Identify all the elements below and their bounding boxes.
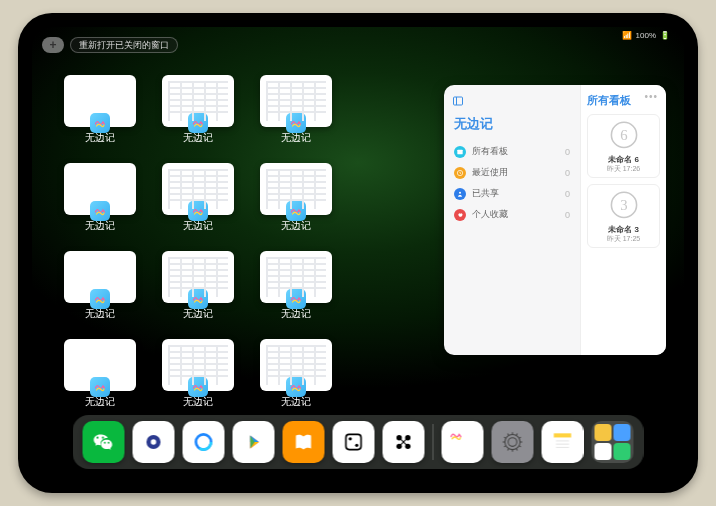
- dock-app-library[interactable]: [592, 421, 634, 463]
- thumb-label: 无边记: [281, 219, 311, 233]
- svg-line-30: [504, 446, 506, 447]
- thumb-label: 无边记: [85, 307, 115, 321]
- thumb-preview: [162, 251, 234, 303]
- svg-line-33: [508, 434, 509, 436]
- window-grid: 无边记无边记无边记无边记无边记无边记无边记无边记无边记无边记无边记无边记: [62, 75, 432, 409]
- freeform-app-icon: [90, 201, 110, 221]
- app-panel: 无边记 所有看板0最近使用0已共享0个人收藏0 ••• 所有看板 6未命名 6昨…: [444, 85, 666, 355]
- status-bar: 📶 100% 🔋: [622, 31, 670, 40]
- dock-app-books[interactable]: [283, 421, 325, 463]
- window-thumbnail[interactable]: 无边记: [258, 75, 334, 145]
- board-card[interactable]: 3未命名 3昨天 17:25: [587, 184, 660, 248]
- thumb-preview: [162, 163, 234, 215]
- freeform-app-icon: [286, 113, 306, 133]
- menu-item-已共享[interactable]: 已共享0: [452, 183, 572, 204]
- panel-title: 无边记: [454, 115, 572, 133]
- thumb-preview: [64, 75, 136, 127]
- window-thumbnail[interactable]: 无边记: [160, 75, 236, 145]
- menu-icon: [454, 209, 466, 221]
- board-card[interactable]: 6未命名 6昨天 17:26: [587, 114, 660, 178]
- reopen-closed-window-button[interactable]: 重新打开已关闭的窗口: [70, 37, 178, 53]
- dock-app-quark[interactable]: [133, 421, 175, 463]
- board-cards: 6未命名 6昨天 17:263未命名 3昨天 17:25: [587, 114, 660, 248]
- svg-point-10: [151, 439, 156, 444]
- thumb-preview: [260, 163, 332, 215]
- window-thumbnail[interactable]: 无边记: [62, 75, 138, 145]
- menu-label: 所有看板: [472, 145, 508, 158]
- svg-point-15: [355, 444, 358, 447]
- dock-app-dice[interactable]: [333, 421, 375, 463]
- freeform-app-icon: [188, 201, 208, 221]
- battery-icon: 🔋: [660, 31, 670, 40]
- thumb-label: 无边记: [183, 307, 213, 321]
- more-button[interactable]: •••: [644, 91, 658, 102]
- window-thumbnail[interactable]: 无边记: [62, 251, 138, 321]
- signal-icon: 📶: [622, 31, 632, 40]
- window-thumbnail[interactable]: 无边记: [258, 163, 334, 233]
- board-sketch: 6: [603, 119, 645, 155]
- freeform-app-icon: [90, 289, 110, 309]
- thumb-preview: [260, 75, 332, 127]
- freeform-app-icon: [286, 289, 306, 309]
- svg-text:6: 6: [620, 127, 627, 143]
- window-thumbnail[interactable]: 无边记: [258, 339, 334, 409]
- menu-item-最近使用[interactable]: 最近使用0: [452, 162, 572, 183]
- menu-label: 最近使用: [472, 166, 508, 179]
- thumb-label: 无边记: [281, 307, 311, 321]
- thumb-label: 无边记: [281, 395, 311, 409]
- window-thumbnail[interactable]: 无边记: [62, 163, 138, 233]
- dock-recent-notes[interactable]: [542, 421, 584, 463]
- dock-recent-freeform[interactable]: [442, 421, 484, 463]
- battery-label: 100%: [636, 31, 656, 40]
- menu-icon: [454, 167, 466, 179]
- freeform-app-icon: [286, 377, 306, 397]
- window-thumbnail[interactable]: 无边记: [160, 251, 236, 321]
- screen: 📶 100% 🔋 + 重新打开已关闭的窗口 无边记无边记无边记无边记无边记无边记…: [32, 27, 684, 479]
- dock-recent-settings[interactable]: [492, 421, 534, 463]
- panel-menu: 所有看板0最近使用0已共享0个人收藏0: [452, 141, 572, 225]
- svg-line-27: [516, 449, 517, 451]
- thumb-label: 无边记: [281, 131, 311, 145]
- panel-content: ••• 所有看板 6未命名 6昨天 17:263未命名 3昨天 17:25: [580, 85, 666, 355]
- menu-item-所有看板[interactable]: 所有看板0: [452, 141, 572, 162]
- thumb-label: 无边记: [85, 395, 115, 409]
- dock-app-media-player[interactable]: [233, 421, 275, 463]
- svg-line-24: [519, 437, 521, 438]
- board-caption: 未命名 6昨天 17:26: [607, 155, 640, 173]
- panel-sidebar: 无边记 所有看板0最近使用0已共享0个人收藏0: [444, 85, 580, 355]
- window-thumbnail[interactable]: 无边记: [258, 251, 334, 321]
- thumb-label: 无边记: [85, 131, 115, 145]
- thumb-preview: [64, 251, 136, 303]
- window-thumbnail[interactable]: 无边记: [160, 339, 236, 409]
- dock-app-connect[interactable]: [383, 421, 425, 463]
- dock-app-wechat[interactable]: [83, 421, 125, 463]
- new-window-button[interactable]: +: [42, 37, 64, 53]
- window-thumbnail[interactable]: 无边记: [62, 339, 138, 409]
- svg-point-14: [349, 437, 352, 440]
- menu-count: 0: [565, 189, 570, 199]
- svg-line-29: [508, 449, 509, 451]
- menu-count: 0: [565, 147, 570, 157]
- ipad-device: 📶 100% 🔋 + 重新打开已关闭的窗口 无边记无边记无边记无边记无边记无边记…: [18, 13, 698, 493]
- window-thumbnail[interactable]: 无边记: [160, 163, 236, 233]
- freeform-app-icon: [286, 201, 306, 221]
- thumb-label: 无边记: [183, 219, 213, 233]
- svg-point-4: [459, 191, 461, 193]
- menu-item-个人收藏[interactable]: 个人收藏0: [452, 204, 572, 225]
- svg-text:3: 3: [620, 197, 627, 213]
- board-sketch: 3: [603, 189, 645, 225]
- svg-line-26: [519, 446, 521, 447]
- dock-app-qq-browser[interactable]: [183, 421, 225, 463]
- thumb-preview: [64, 339, 136, 391]
- freeform-app-icon: [90, 113, 110, 133]
- menu-label: 已共享: [472, 187, 499, 200]
- panel-header: [452, 95, 572, 107]
- thumb-preview: [162, 75, 234, 127]
- svg-line-32: [504, 437, 506, 438]
- top-left-controls: + 重新打开已关闭的窗口: [42, 37, 178, 53]
- thumb-preview: [260, 251, 332, 303]
- svg-rect-2: [457, 149, 462, 154]
- thumb-preview: [162, 339, 234, 391]
- freeform-app-icon: [188, 113, 208, 133]
- svg-rect-13: [346, 434, 361, 449]
